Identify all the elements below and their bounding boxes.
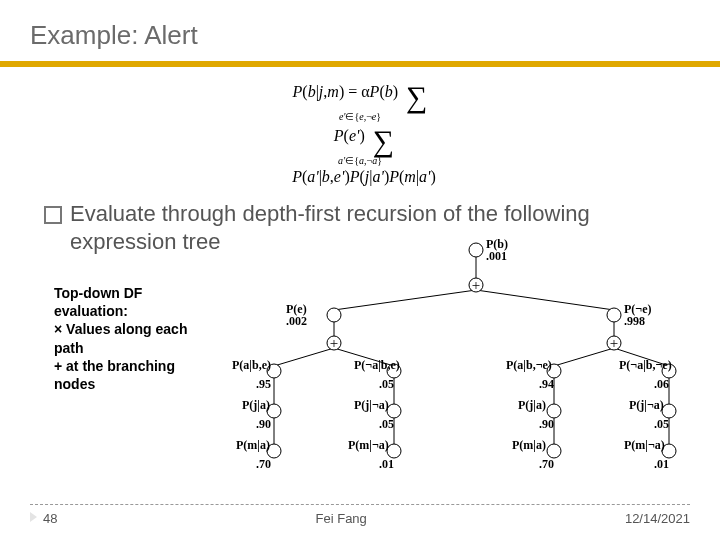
node-value: .001	[486, 249, 507, 263]
svg-point-30	[662, 404, 676, 418]
note-line: + at the branching	[54, 357, 214, 375]
svg-text:P(a|b,e): P(a|b,e)	[232, 358, 271, 372]
title-rule	[0, 61, 720, 67]
svg-text:P(m|¬a): P(m|¬a)	[348, 438, 389, 452]
svg-text:.90: .90	[539, 417, 554, 431]
svg-text:.01: .01	[379, 457, 394, 471]
expression-tree: + + + P(b) .001 P(e) .002 P(¬e) .998 P(a…	[214, 238, 684, 478]
svg-text:P(m|a): P(m|a)	[512, 438, 546, 452]
author: Fei Fang	[316, 511, 367, 526]
svg-text:.90: .90	[256, 417, 271, 431]
note-line: path	[54, 339, 214, 357]
svg-text:+: +	[472, 277, 480, 293]
svg-text:P(m|¬a): P(m|¬a)	[624, 438, 665, 452]
svg-text:P(j|a): P(j|a)	[242, 398, 270, 412]
svg-text:.70: .70	[539, 457, 554, 471]
svg-point-17	[469, 243, 483, 257]
svg-text:P(¬a|b,¬e): P(¬a|b,¬e)	[619, 358, 672, 372]
svg-text:P(a|b,¬e): P(a|b,¬e)	[506, 358, 552, 372]
svg-line-7	[554, 348, 614, 366]
checkbox-icon	[44, 206, 62, 224]
svg-point-29	[547, 404, 561, 418]
svg-text:P(j|¬a): P(j|¬a)	[629, 398, 664, 412]
svg-text:.05: .05	[654, 417, 669, 431]
svg-line-5	[274, 348, 334, 366]
svg-text:.998: .998	[624, 314, 645, 328]
formula: P(b|j,m) = αP(b) ∑e'∈{e,¬e} P(e') ∑a'∈{a…	[0, 79, 720, 186]
svg-text:.95: .95	[256, 377, 271, 391]
svg-point-19	[327, 308, 341, 322]
svg-point-28	[387, 404, 401, 418]
svg-text:+: +	[330, 335, 338, 351]
svg-point-32	[387, 444, 401, 458]
triangle-icon	[30, 512, 37, 522]
page-number: 48	[30, 511, 57, 526]
note-line: × Values along each	[54, 320, 214, 338]
svg-text:P(j|a): P(j|a)	[518, 398, 546, 412]
footer: 48 Fei Fang 12/14/2021	[30, 504, 690, 526]
topdown-note: Top-down DF evaluation: × Values along e…	[54, 284, 214, 393]
svg-text:.05: .05	[379, 377, 394, 391]
svg-text:+: +	[610, 335, 618, 351]
svg-text:.70: .70	[256, 457, 271, 471]
svg-text:P(m|a): P(m|a)	[236, 438, 270, 452]
svg-line-2	[476, 290, 614, 310]
svg-line-1	[334, 290, 476, 310]
slide-title: Example: Alert	[0, 0, 720, 57]
svg-point-33	[547, 444, 561, 458]
date: 12/14/2021	[625, 511, 690, 526]
svg-text:.05: .05	[379, 417, 394, 431]
svg-point-20	[607, 308, 621, 322]
svg-text:.06: .06	[654, 377, 669, 391]
svg-text:P(¬a|b,e): P(¬a|b,e)	[354, 358, 400, 372]
svg-text:.94: .94	[539, 377, 554, 391]
note-line: nodes	[54, 375, 214, 393]
svg-text:P(j|¬a): P(j|¬a)	[354, 398, 389, 412]
svg-text:.01: .01	[654, 457, 669, 471]
svg-text:.002: .002	[286, 314, 307, 328]
note-line: Top-down DF	[54, 284, 214, 302]
note-line: evaluation:	[54, 302, 214, 320]
